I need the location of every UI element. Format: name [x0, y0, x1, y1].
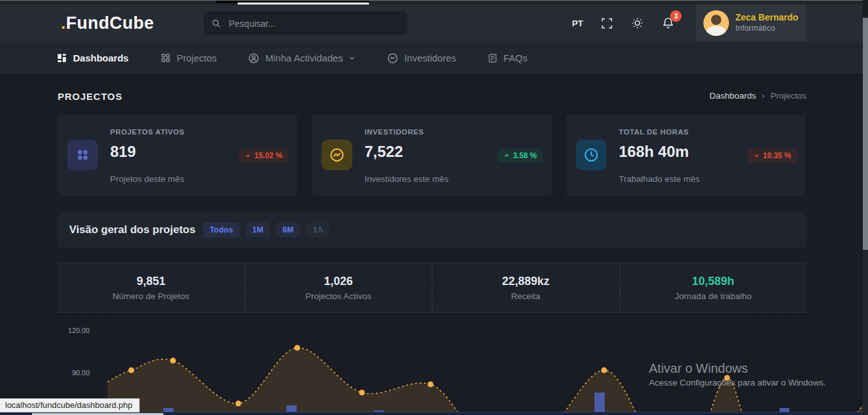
stat-card-value: 819: [110, 143, 136, 161]
fullscreen-icon: [601, 17, 613, 29]
breadcrumb-separator: ›: [762, 91, 765, 101]
nav-label: FAQs: [504, 53, 528, 63]
chart-data-point: [129, 368, 135, 373]
logo-text: FundCube: [66, 13, 154, 33]
breadcrumb: Dashboards › Projectos: [709, 91, 807, 101]
logo-dot: .: [61, 13, 66, 33]
summary-label: Receita: [511, 291, 541, 301]
browser-tab-highlight: [238, 3, 369, 4]
theme-toggle-button[interactable]: [630, 16, 644, 30]
chart-data-point: [602, 368, 607, 373]
delta-badge-up: 3.58 %: [498, 149, 543, 163]
stat-card-label: TOTAL DE HORAS: [619, 128, 689, 136]
language-switcher[interactable]: PT: [572, 19, 583, 28]
summary-value: 9,851: [136, 275, 165, 288]
user-name: Zeca Bernardo: [735, 12, 798, 24]
y-axis-tick-90: 90.00: [51, 369, 90, 377]
delta-value: 15.02 %: [254, 151, 283, 160]
chart-data-point: [359, 390, 365, 396]
summary-numero-projetos: 9,851 Número de Projetos: [58, 263, 245, 312]
summary-jornada-trabalho: 10,589h Jornada de trabalho: [620, 263, 807, 312]
delta-value: 3.58 %: [513, 151, 537, 160]
stat-card-investidores: INVESTIDORES 7,522 3.58 % Investidores e…: [312, 115, 552, 196]
filter-1a[interactable]: 1A: [306, 222, 329, 238]
breadcrumb-current: Projectos: [771, 91, 807, 101]
stat-card-value: 168h 40m: [619, 143, 689, 161]
overview-panel: Visão geral dos projetos Todos 1M 6M 1A: [58, 211, 807, 248]
breadcrumb-parent[interactable]: Dashboards: [709, 91, 756, 101]
stat-card-label: INVESTIDORES: [364, 128, 424, 136]
summary-stats-row: 9,851 Número de Projetos 1,026 Projectos…: [58, 263, 807, 313]
overview-title: Visão geral dos projetos: [69, 224, 195, 236]
search-box[interactable]: [204, 12, 407, 35]
filter-todos[interactable]: Todos: [203, 222, 240, 238]
scrollbar-top-button[interactable]: [863, 0, 868, 17]
fullscreen-button[interactable]: [600, 16, 614, 30]
investors-icon: [322, 140, 352, 170]
filter-1m[interactable]: 1M: [246, 222, 270, 238]
delta-badge-down: 10.35 %: [748, 149, 797, 163]
user-circle-icon: [248, 53, 259, 64]
chart-data-point: [428, 382, 434, 387]
nav-label: Projectos: [177, 53, 217, 63]
nav-item-faqs[interactable]: FAQs: [487, 53, 528, 63]
faq-document-icon: [487, 53, 498, 63]
app-logo[interactable]: .FundCube: [61, 13, 154, 33]
active-projects-icon: [67, 140, 98, 170]
user-role: Informático: [735, 24, 798, 34]
summary-value: 1,026: [324, 275, 353, 288]
summary-projectos-activos: 1,026 Projectos Activos: [245, 263, 433, 312]
nav-item-dashboards[interactable]: Dashboards: [56, 53, 129, 63]
stat-card-sub: Trabalhado este mês: [619, 174, 700, 184]
nav-label: Investidores: [404, 53, 456, 63]
stat-card-value: 7,522: [364, 143, 403, 161]
nav-item-investidores[interactable]: Investidores: [387, 53, 456, 64]
user-menu[interactable]: Zeca Bernardo Informático: [696, 4, 806, 42]
chart-data-point: [295, 345, 300, 351]
stat-card-sub: Investidores este mês: [364, 174, 448, 184]
fundcube-dashboard: .FundCube PT 3 Zeca Bernardo Informático: [0, 0, 868, 415]
chevron-down-icon: [348, 54, 356, 61]
stat-card-sub: Projetos deste mês: [110, 174, 184, 184]
nav-item-minha-actividades[interactable]: Minha Actividades: [248, 53, 356, 64]
arrow-down-icon: [753, 152, 760, 159]
stat-card-total-horas: TOTAL DE HORAS 168h 40m 10.35 % Trabalha…: [566, 115, 806, 196]
summary-value: 22,889kz: [502, 275, 550, 288]
nav-label: Minha Actividades: [265, 53, 343, 63]
y-axis-tick-120: 120.00: [51, 327, 90, 334]
summary-receita: 22,889kz Receita: [432, 263, 620, 312]
window-top-edge: [0, 0, 868, 1]
delta-badge-down: 15.02 %: [239, 149, 288, 163]
notifications-button[interactable]: 3: [661, 16, 675, 30]
filter-6m[interactable]: 6M: [276, 222, 300, 238]
vertical-scrollbar-thumb[interactable]: [863, 18, 868, 250]
delta-value: 10.35 %: [763, 151, 791, 160]
app-header: .FundCube PT 3 Zeca Bernardo Informático: [0, 4, 868, 42]
summary-value: 10,589h: [692, 275, 734, 288]
arrow-down-icon: [245, 152, 251, 159]
projects-circles-icon: [160, 53, 171, 63]
summary-label: Projectos Activos: [306, 291, 372, 301]
stat-card-label: PROJETOS ATIVOS: [110, 128, 184, 136]
sun-icon: [631, 17, 644, 29]
header-actions: PT 3: [572, 4, 675, 42]
nav-item-projectos[interactable]: Projectos: [160, 53, 217, 63]
notification-count-badge: 3: [670, 10, 682, 22]
nav-label: Dashboards: [73, 53, 129, 63]
page-title: PROJECTOS: [58, 91, 122, 102]
main-nav: Dashboards Projectos Minha Actividades I…: [0, 42, 868, 75]
chart-data-point: [236, 401, 242, 407]
market-pulse-icon: [387, 53, 398, 64]
summary-label: Número de Projetos: [113, 291, 190, 301]
clock-icon: [576, 140, 607, 170]
search-icon: [211, 19, 221, 28]
vertical-scrollbar[interactable]: [863, 0, 868, 415]
windows-activation-watermark: Ativar o Windows Acesse Configurações pa…: [649, 361, 826, 387]
browser-tab-strip: [0, 1, 868, 4]
search-input[interactable]: [227, 18, 400, 29]
avatar: [703, 10, 729, 36]
watermark-title: Ativar o Windows: [649, 361, 826, 376]
stat-card-projetos-ativos: PROJETOS ATIVOS 819 15.02 % Projetos des…: [58, 115, 297, 196]
browser-status-url: localhost/fundcube/dashboard.php: [0, 398, 140, 412]
chart-bar: [594, 393, 605, 412]
